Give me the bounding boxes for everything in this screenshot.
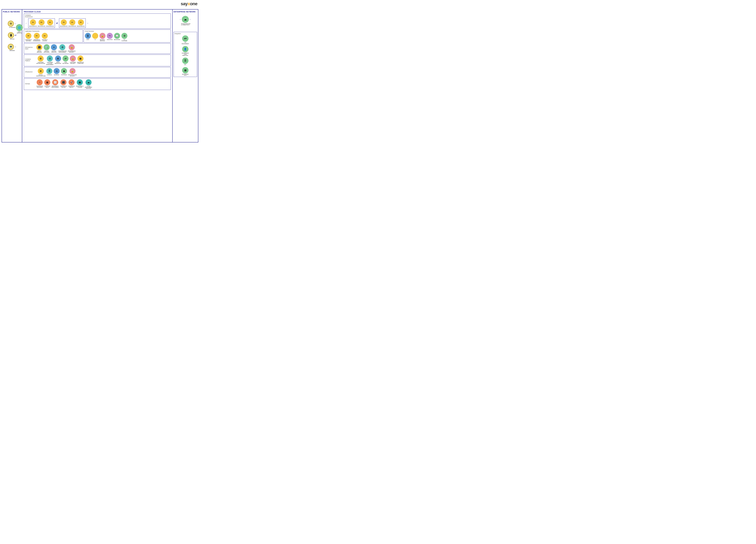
devops-title: DevOps [25,83,35,85]
arrow-from-env: ← [87,22,89,24]
load-bal-icon: ⇄ [63,56,69,62]
virtual-infra-icon: ⊞ [38,68,44,74]
cont-deploy-icon: 🚀 [69,79,75,85]
virtual-infra: ⊞ VIRTUALINFRASTRUCTURE [36,68,45,77]
provision: ◉ PROVISION [61,68,67,76]
browser-label: BROWSER [10,50,15,51]
container-orchestration: ⊞ CONTAINERORCHESTRATION [36,56,45,64]
micro-icon-2: ✂ [39,19,45,25]
fw-cloud-row: Application Frameworks ✂ LANGUAGE &RUNTI… [24,30,171,42]
container-platform-title: ContainerPlatform [25,58,35,62]
circuit-breaker: ⬛ CIRCUITBREAKER [36,44,42,53]
routing-services: ≡ ROUTINGSERVICES [51,44,57,53]
user-directory: 👤 ENTERPRISESUSER DIRECTORY [175,46,196,56]
dep-mgmt-icon: ⬜ [52,79,58,85]
load-balancing: ⇄ LOADBALANCING [63,56,69,64]
lib-icon: ✂ [34,33,40,39]
continuous-testing: ⬛ CONTINUOUSTESTING [60,79,67,88]
micro-icon-5: ✂ [69,19,75,25]
cloud-services-box: Cloud Services 🗄 DATA ⚡ AI 🔒 SECURITYS [84,30,171,42]
logo-say: say [181,1,188,6]
lang-icon: ✂ [25,33,31,39]
config-mgmt: ⚙ CONFIGURATIONMANAGEMENT [58,44,67,53]
browser-icon: 💻 [8,44,14,50]
analytics-icon: 〜 [107,33,113,39]
edge-services-item: 🌐 EDGESERVICES [16,24,23,34]
devops-box: DevOps ⑂ CONTINUOUSPROVISION ▦ CONTINUOS… [24,78,171,90]
ms-security-icon: 🔒 [69,44,75,50]
microservice-group-1: ✂ MICROSERVICE ✂ MICROSERVICE ✂ MICROSER… [28,18,55,28]
micro-icon-6: ✂ [78,19,84,25]
image-repository: ⊠ IMAGEREPOSITORY [55,56,61,64]
enterprise-network-column: ENTERPRISE NETWORK → ☁ ← TRANSFORMATION&… [173,10,198,142]
microservice-group-2: ✂ MICROSERVICE ✂ MICROSERVICE ✂ MICROSER… [59,18,86,28]
micro-2: ✂ MICROSERVICE [38,19,46,27]
infra-sec-icon: 🔒 [69,68,76,74]
cloud-mgmt-services: ☁ CLOUDMANAGEMENTSERVICES [85,79,92,89]
cont-prov-icon: ⑂ [37,79,43,85]
micro-icon-4: ✂ [61,19,67,25]
cont-build-icon: ▦ [44,79,50,85]
main-layout: PUBLIC NETWORK ⚙ ← IoT DEVICES 📱 ⇄ [2,9,198,143]
devices-icon: 📱 [8,32,14,38]
lang-runtimes: ✂ LANGUAGE &RUNTIMES [25,33,32,41]
storage-icon: 🗄 [46,68,52,74]
ai-svc: ⚡ AI [92,33,98,40]
infrastructure-box: Infrastucture ⊞ VIRTUALINFRASTRUCTURE 🗄 … [24,67,171,78]
enterprise-data: ▦ ENTERPRISEDATA [175,67,196,76]
edge-services-icon: 🌐 [16,24,23,31]
app-fw-icons: ✂ LANGUAGE &RUNTIMES ✂ LIBRARIES &FRAMEW… [25,33,82,41]
container-env-title: ContainerEnvironment [25,14,169,18]
etl-icon: 🗄 [182,58,188,64]
container-security: 🔒 CONTAINERSECURITY [70,56,76,64]
edge-services-label: EDGESERVICES [17,31,22,34]
dependency-mgmt: ⬜ DEPENDENCYMANAGEMENT [52,79,59,88]
ent-data-icon: ▦ [182,67,188,73]
iot-platform-icon: ⚙ [121,33,127,39]
devices-label: DEVICES [10,39,14,40]
serverless-icon: ▦ [77,56,83,62]
cont-test-icon: ⬛ [60,79,66,85]
arrow-to-env: → [25,22,27,24]
circuit-breaker-icon: ⬛ [36,44,42,50]
provision-icon: ◉ [61,68,67,74]
storage: 🗄 STORAGE [46,68,52,76]
network-icon: ◎ [54,68,60,74]
micro-3: ✂ MICROSERVICE [46,19,54,27]
provider-cloud-column: PROVIDER CLOUD ContainerEnvironment → ✂ … [22,10,173,142]
serverless-computing: ▦ SERVERLESSCOMPUTING [77,56,84,64]
container-cluster-mgmt: ⊟ CONTAINERCLUSTERMANAGEMENT [46,56,54,65]
transform-circle: ☁ [182,16,189,23]
monitor-icon: ▦ [77,79,83,85]
integration-items: API APIMANAGEMENT 👤 ENTERPRISESUSER DIRE… [175,35,196,76]
tracing-logging: ✂ TRACING &LOGGING [42,33,48,41]
infra-icons: ⊞ VIRTUALINFRASTRUCTURE 🗄 STORAGE ◎ NETW… [36,68,77,77]
logo-one: one [190,1,197,6]
container-orch-icon: ⊞ [38,56,44,62]
messaging-svc: 💬 MESSAGING [114,33,120,40]
micro-1: ✂ MICROSERVICE [29,19,37,27]
logo: sayxone [181,1,197,6]
infra-title: Infrastucture [25,71,35,73]
api-mgmt: API APIMANAGEMENT [175,35,196,44]
continuous-build: ▦ CONTINUOSBUILD [44,79,50,88]
analytics-svc: 〜 ANALYTICS [107,33,113,40]
data-icon: 🗄 [85,33,91,39]
app-frameworks-box: Application Frameworks ✂ LANGUAGE &RUNTI… [24,30,83,42]
config-icon: ⚙ [59,44,65,50]
micro-6: ✂ MICROSERVICE [77,19,85,27]
micro-icon-3: ✂ [47,19,53,25]
micro-icon-1: ✂ [30,19,36,25]
container-env-box: ContainerEnvironment → ✂ MICROSERVICE ✂ … [24,13,171,29]
user-dir-icon: 👤 [182,46,188,52]
provider-cloud-title: PROVIDER CLOUD [24,11,171,13]
image-repo-icon: ⊠ [55,56,61,62]
infra-security: 🔒 INFRASTUCTURESECURITY [68,68,77,77]
cloud-mgmt-icon: ☁ [86,79,92,85]
transform-arrow-right: ← [189,18,191,20]
micro-5: ✂ MICROSERVICE [69,19,76,27]
transformation-item: → ☁ ← TRANSFORMATION& CONNECTIVITY [174,16,197,26]
cloud-svc-icons: 🗄 DATA ⚡ AI 🔒 SECURITYSERVICES 〜 [85,33,169,41]
browser-item: 💻 ← BROWSER [3,44,21,51]
app-fw-title: Application Frameworks [25,30,82,32]
